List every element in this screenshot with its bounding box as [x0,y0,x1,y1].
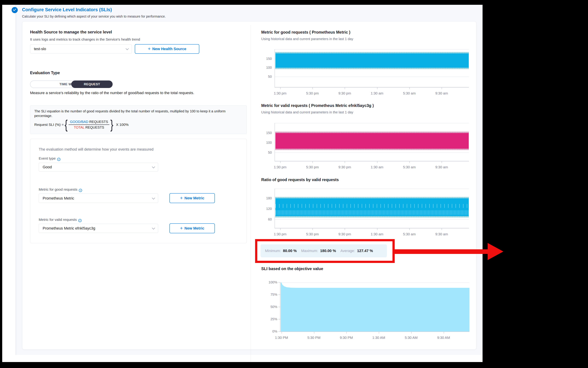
y-axis-label: 180 [261,196,272,200]
x-axis-label: 9:30 am [435,91,448,95]
chart-good-requests: Metric for good requests ( Prometheus Me… [261,30,469,100]
evaluation-method-box: The evaluation method will determine how… [30,139,247,243]
new-metric-label: New Metric [185,196,204,200]
x-tick-mark [346,332,347,333]
request-evaluation-description: Measure a service’s reliability by the r… [30,90,235,95]
series-band [275,198,469,216]
x-tick-mark [442,228,442,230]
y-tick-mark [278,307,280,307]
x-axis-label: 1:30 AM [372,336,385,340]
x-tick-mark [377,87,377,89]
x-axis-label: 5:30 am [403,165,416,169]
y-axis-label: 150 [261,57,272,61]
x-tick-mark [312,87,313,89]
gridline [275,77,469,77]
plus-icon: + [148,46,150,52]
x-tick-mark [442,161,442,163]
x-tick-mark [377,228,377,230]
x-axis-label: 5:30 PM [307,336,320,340]
annotation-arrow-shaft [395,249,488,254]
health-source-helper: It uses logs and metrics to track change… [30,37,140,41]
x-tick-mark [345,228,345,230]
event-type-label: Event typei [39,156,60,161]
x-tick-mark [409,161,410,163]
health-source-label: Health Source to manage the service leve… [30,30,112,35]
x-tick-mark [281,332,282,333]
chart-plot-area: 150100501:30 pm5:30 pm9:30 pm1:30 am5:30… [275,123,469,161]
evaluation-type-toggle[interactable]: TIME WINDOW REQUEST [30,81,113,88]
metric-good-select[interactable]: Prometheus Metric [39,193,158,203]
chevron-down-icon [152,165,155,168]
y-tick-mark [278,282,280,283]
band-texture [275,204,469,208]
chart-valid-requests: Metric for valid requests ( Prometheus M… [261,103,469,173]
x-axis-label: 1:30 PM [275,336,288,340]
new-metric-label: New Metric [185,226,204,230]
x-axis-label: 5:30 pm [306,232,319,236]
new-health-source-label: New Health Source [152,47,186,51]
denominator-rest: REQUESTS [85,126,104,129]
metric-good-value: Prometheus Metric [43,196,74,201]
event-type-select[interactable]: Good [39,163,158,172]
y-axis-label: 0% [267,330,277,333]
y-axis-label: 50% [267,305,277,309]
chart-plot-area: 180120601:30 pm5:30 pm9:30 pm1:30 am5:30… [275,189,469,228]
y-axis-label: 60 [261,217,272,221]
x-axis-label: 1:30 pm [274,91,287,95]
x-tick-mark [409,228,410,230]
x-tick-mark [411,332,411,333]
info-icon[interactable]: i [78,219,82,222]
info-icon[interactable]: i [79,189,82,192]
formula-fraction: GOOD/BAD REQUESTS TOTAL REQUESTS [69,120,109,129]
annotation-arrow-head-icon [488,243,503,260]
metric-valid-label: Metric for valid requestsi [39,218,82,222]
y-axis-label: 50 [261,75,272,79]
info-icon[interactable]: i [57,158,60,161]
x-axis-label: 1:30 pm [274,165,287,169]
y-axis-label: 120 [261,207,272,211]
sli-equation-formula: Request SLI (%) = { GOOD/BAD REQUESTS TO… [34,120,243,130]
y-tick-mark [278,294,280,295]
plus-icon: + [180,225,183,231]
chevron-down-icon [152,226,155,229]
gridline [280,282,469,283]
x-axis-label: 5:30 pm [306,165,319,169]
series-band [275,53,469,68]
sli-equation-text: The SLI equation is the number of good r… [34,109,237,118]
toggle-option-request-selected[interactable]: REQUEST [71,81,113,88]
metric-valid-value: Prometheus Metric efnkl5ayc3g [43,226,95,230]
x-axis-label: 9:30 am [435,232,448,236]
x-tick-mark [312,161,313,163]
gridline [275,123,469,123]
y-axis-label: 50 [261,151,272,155]
x-axis-label: 5:30 AM [405,336,418,340]
evaluation-type-label: Evaluation Type [30,71,60,75]
highlight-rectangle [255,239,395,263]
step-complete-check-icon [12,7,18,13]
chart-subtitle: Using historical data and current parame… [261,37,353,41]
page-subtitle: Calculate your SLI by defining which asp… [22,15,166,18]
metric-valid-select[interactable]: Prometheus Metric efnkl5ayc3g [39,224,158,233]
new-metric-button-valid[interactable]: + New Metric [169,223,215,233]
health-source-select[interactable]: test-slo [30,45,132,53]
event-type-value: Good [43,165,52,169]
x-axis-label: 9:30 AM [437,336,450,340]
y-axis-label: 75% [267,293,277,296]
chart-ratio: Ratio of good requests by valid requests… [261,177,469,241]
x-tick-mark [442,87,442,89]
chart-subtitle: Using historical data and current parame… [261,110,353,114]
new-health-source-button[interactable]: + New Health Source [135,44,199,54]
formula-lhs: Request SLI (%) = [34,123,64,127]
health-source-selected-value: test-slo [34,47,46,51]
x-tick-mark [409,87,410,89]
metric-good-label: Metric for good requestsi [39,187,82,192]
column-divider [251,25,251,362]
x-axis-label: 9:30 pm [338,91,351,95]
chevron-down-icon [152,196,155,199]
x-tick-mark [444,332,444,333]
y-axis-label: 100 [261,66,272,70]
new-metric-button-good[interactable]: + New Metric [169,193,215,203]
x-tick-mark [280,161,280,163]
numerator-highlight: GOOD/BAD [70,120,88,124]
x-axis-label: 9:30 pm [338,232,351,236]
